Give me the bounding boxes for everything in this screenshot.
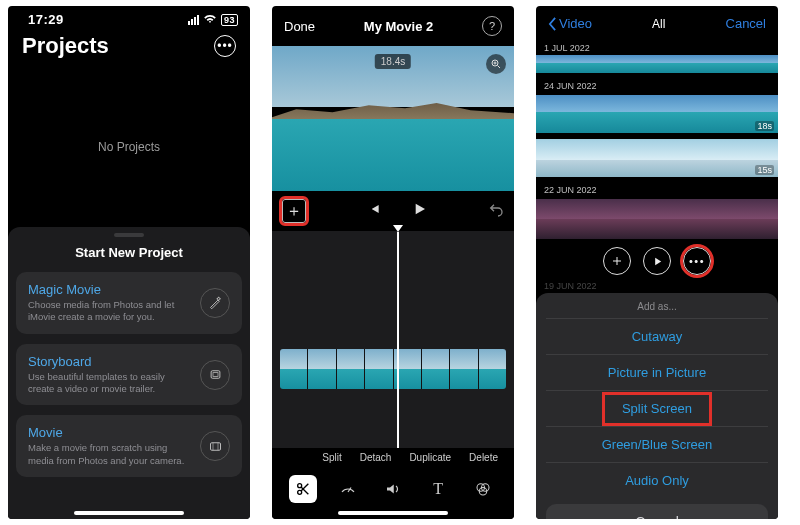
- scissors-icon[interactable]: [289, 475, 317, 503]
- battery-icon: 93: [221, 14, 238, 26]
- new-project-sheet: Start New Project Magic Movie Choose med…: [8, 227, 250, 519]
- clip-item[interactable]: 18s: [536, 95, 778, 133]
- zoom-icon[interactable]: [486, 54, 506, 74]
- segment-control[interactable]: All: [652, 17, 665, 31]
- card-magic-movie[interactable]: Magic Movie Choose media from Photos and…: [16, 272, 242, 334]
- help-icon[interactable]: ?: [482, 16, 502, 36]
- card-movie[interactable]: Movie Make a movie from scratch using me…: [16, 415, 242, 477]
- option-split-screen[interactable]: Split Screen: [546, 390, 768, 426]
- clip-actions-row: Split Detach Duplicate Delete: [272, 448, 514, 467]
- date-label: 1 JUL 2022: [536, 41, 778, 55]
- speed-icon[interactable]: [334, 475, 362, 503]
- card-desc: Choose media from Photos and let iMovie …: [28, 299, 190, 324]
- action-detach[interactable]: Detach: [360, 452, 392, 463]
- sheet-grabber[interactable]: [114, 233, 144, 237]
- more-icon[interactable]: •••: [214, 35, 236, 57]
- clip-duration: 15s: [755, 165, 774, 175]
- undo-icon[interactable]: [488, 202, 504, 221]
- svg-rect-0: [211, 371, 220, 379]
- date-label: 22 JUN 2022: [536, 183, 778, 197]
- option-green-blue-screen[interactable]: Green/Blue Screen: [546, 426, 768, 462]
- segment-all[interactable]: All: [652, 17, 665, 31]
- add-media-button[interactable]: ＋: [282, 199, 306, 223]
- phone-editor: Done My Movie 2 ? 18.4s ＋: [272, 6, 514, 519]
- sheet-header: Add as...: [546, 301, 768, 312]
- clip-list[interactable]: 1 JUL 2022 24 JUN 2022 18s: [536, 41, 778, 293]
- card-title: Movie: [28, 425, 190, 440]
- action-delete[interactable]: Delete: [469, 452, 498, 463]
- titles-icon[interactable]: T: [424, 475, 452, 503]
- timecode-badge: 18.4s: [375, 54, 411, 69]
- card-title: Storyboard: [28, 354, 190, 369]
- svg-line-6: [498, 66, 501, 69]
- clip-action-row: •••: [536, 245, 778, 279]
- picker-top-bar: Video All Cancel: [536, 6, 778, 41]
- skip-back-icon[interactable]: [367, 202, 381, 220]
- project-title: My Movie 2: [364, 19, 433, 34]
- cancel-button[interactable]: Cancel: [726, 16, 766, 31]
- signal-icon: [188, 15, 199, 25]
- option-cutaway[interactable]: Cutaway: [546, 318, 768, 354]
- home-indicator[interactable]: [74, 511, 184, 515]
- chevron-left-icon: [548, 17, 557, 31]
- action-duplicate[interactable]: Duplicate: [409, 452, 451, 463]
- card-desc: Make a movie from scratch using media fr…: [28, 442, 190, 467]
- storyboard-icon: [200, 360, 230, 390]
- sheet-cancel-button[interactable]: Cancel: [546, 504, 768, 519]
- more-button[interactable]: •••: [683, 247, 711, 275]
- option-pip[interactable]: Picture in Picture: [546, 354, 768, 390]
- timeline[interactable]: [272, 231, 514, 448]
- status-bar: 17:29 93: [8, 6, 250, 27]
- add-as-sheet: Add as... Cutaway Picture in Picture Spl…: [536, 293, 778, 519]
- playhead[interactable]: [393, 225, 403, 448]
- clip-item[interactable]: [536, 55, 778, 73]
- clip-duration: 18s: [755, 121, 774, 131]
- filters-icon[interactable]: [469, 475, 497, 503]
- action-split[interactable]: Split: [322, 452, 341, 463]
- phone-picker: Video All Cancel 1 JUL 2022 24 JUN 2022 …: [536, 6, 778, 519]
- card-title: Magic Movie: [28, 282, 190, 297]
- back-button[interactable]: Video: [548, 16, 592, 31]
- projects-header: Projects •••: [8, 27, 250, 67]
- home-indicator[interactable]: [338, 511, 448, 515]
- card-desc: Use beautiful templates to easily create…: [28, 371, 190, 396]
- clip-item[interactable]: 15s: [536, 139, 778, 177]
- svg-rect-2: [210, 442, 220, 450]
- done-button[interactable]: Done: [284, 19, 315, 34]
- video-preview[interactable]: 18.4s: [272, 46, 514, 191]
- film-icon: [200, 431, 230, 461]
- empty-state: No Projects: [8, 67, 250, 227]
- wand-icon: [200, 288, 230, 318]
- status-time: 17:29: [28, 12, 64, 27]
- add-clip-button[interactable]: [603, 247, 631, 275]
- page-title: Projects: [22, 33, 109, 59]
- card-storyboard[interactable]: Storyboard Use beautiful templates to ea…: [16, 344, 242, 406]
- phone-projects: 17:29 93 Projects ••• No Projects Start …: [8, 6, 250, 519]
- status-icons: 93: [188, 13, 238, 27]
- clip-item-selected[interactable]: [536, 199, 778, 239]
- editor-top-bar: Done My Movie 2 ?: [272, 6, 514, 46]
- svg-rect-1: [213, 373, 218, 377]
- empty-label: No Projects: [98, 140, 160, 154]
- sheet-title: Start New Project: [16, 245, 242, 260]
- date-label: 19 JUN 2022: [536, 279, 778, 293]
- preview-play-button[interactable]: [643, 247, 671, 275]
- play-icon[interactable]: [411, 201, 427, 221]
- wifi-icon: [203, 13, 217, 27]
- volume-icon[interactable]: [379, 475, 407, 503]
- date-label: 24 JUN 2022: [536, 79, 778, 93]
- option-audio-only[interactable]: Audio Only: [546, 462, 768, 498]
